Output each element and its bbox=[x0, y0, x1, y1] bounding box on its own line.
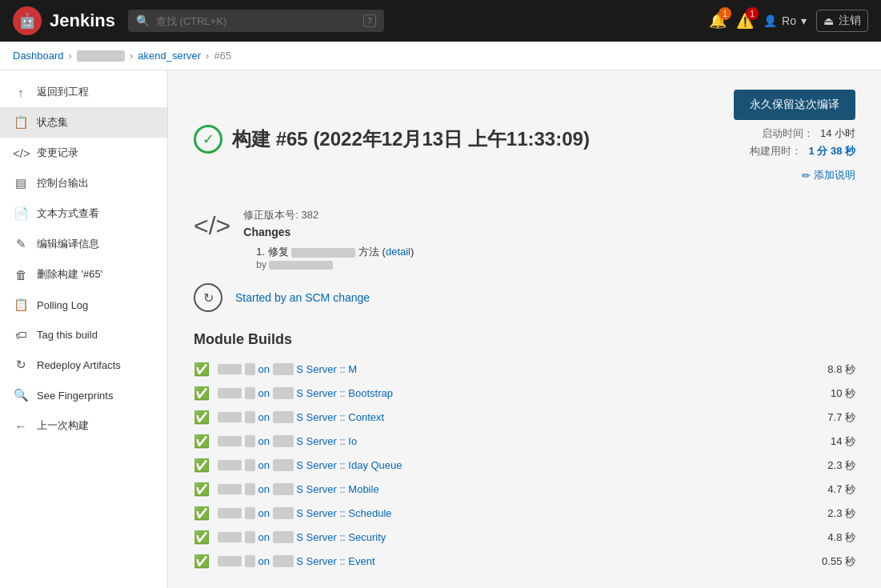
sidebar-item-tag[interactable]: 🏷 Tag this build bbox=[0, 320, 167, 350]
sidebar-item-redeploy[interactable]: ↻ Redeploy Artifacts bbox=[0, 350, 167, 380]
build-time-label: 构建用时： bbox=[750, 144, 802, 158]
module-name-blurred bbox=[218, 412, 242, 422]
sidebar-item-label: 状态集 bbox=[37, 115, 68, 130]
module-row: ✅xx on xxxx S Server :: Context7.7 秒 bbox=[194, 406, 855, 430]
module-success-icon: ✅ bbox=[194, 410, 210, 425]
search-bar[interactable]: 🔍 ? bbox=[128, 10, 384, 32]
module-name-blurred bbox=[218, 388, 242, 398]
module-name-blurred bbox=[218, 484, 242, 494]
sidebar-item-delete[interactable]: 🗑 删除构建 '#65' bbox=[0, 259, 167, 290]
sidebar-item-label: 删除构建 '#65' bbox=[37, 267, 102, 282]
build-title-row: ✓ 构建 #65 (2022年12月13日 上午11:33:09) bbox=[194, 125, 590, 154]
scm-section: ↻ Started by an SCM change bbox=[194, 283, 855, 312]
warning-badge: 1 bbox=[746, 7, 759, 20]
module-name-link[interactable]: xx on xxxx S Server :: M bbox=[245, 363, 799, 375]
sidebar-item-label: Polling Log bbox=[37, 299, 88, 311]
build-time-value: 1 分 38 秒 bbox=[808, 144, 855, 158]
sidebar: ↑ 返回到工程 📋 状态集 </> 变更记录 ▤ 控制台输出 📄 文本方式查看 … bbox=[0, 70, 168, 588]
module-row: ✅xx on xxxx S Server :: Security4.8 秒 bbox=[194, 526, 855, 550]
code-icon: </> bbox=[13, 146, 29, 160]
module-row: ✅xx on xxxx S Server :: Event0.55 秒 bbox=[194, 550, 855, 574]
breadcrumb-dashboard[interactable]: Dashboard bbox=[13, 50, 64, 62]
warnings-button[interactable]: ⚠️ 1 bbox=[736, 12, 754, 30]
trash-icon: 🗑 bbox=[13, 268, 29, 282]
changes-section: </> 修正版本号: 382 Changes 1. 修复 方法 (detail)… bbox=[194, 208, 855, 270]
change-text: 1. 修复 bbox=[256, 246, 288, 258]
module-build-time: 10 秒 bbox=[807, 386, 855, 401]
sidebar-item-console[interactable]: ▤ 控制台输出 bbox=[0, 168, 167, 198]
module-name-link[interactable]: xx on xxxx S Server :: Io bbox=[245, 435, 799, 447]
build-meta: 启动时间： 14 小时 构建用时： 1 分 38 秒 bbox=[750, 126, 855, 162]
keep-build-button[interactable]: 永久保留这次编译 bbox=[734, 90, 855, 120]
search-input[interactable] bbox=[156, 15, 357, 27]
module-build-time: 2.3 秒 bbox=[807, 506, 855, 521]
log-icon: 📋 bbox=[13, 298, 29, 312]
breadcrumb-sep-3: › bbox=[206, 50, 209, 62]
add-description-link[interactable]: ✏ 添加说明 bbox=[802, 168, 855, 182]
sidebar-item-back[interactable]: ↑ 返回到工程 bbox=[0, 77, 167, 107]
user-icon: 👤 bbox=[763, 14, 777, 27]
module-row: ✅xx on xxxx S Server :: Schedule2.3 秒 bbox=[194, 502, 855, 526]
search-icon: 🔍 bbox=[136, 14, 150, 27]
breadcrumb-project[interactable]: akend_server bbox=[138, 50, 201, 62]
revision-text: 修正版本号: 382 bbox=[243, 208, 855, 222]
sidebar-item-prev[interactable]: ← 上一次构建 bbox=[0, 410, 167, 441]
sidebar-item-status[interactable]: 📋 状态集 bbox=[0, 107, 167, 138]
module-success-icon: ✅ bbox=[194, 458, 210, 473]
success-icon: ✓ bbox=[194, 125, 222, 154]
code-changes-icon: </> bbox=[194, 211, 230, 241]
changes-title: Changes bbox=[243, 226, 855, 238]
module-name-link[interactable]: xx on xxxx S Server :: Iday Queue bbox=[245, 459, 799, 471]
module-name-link[interactable]: xx on xxxx S Server :: Schedule bbox=[245, 507, 799, 519]
module-success-icon: ✅ bbox=[194, 362, 210, 377]
page-layout: ↑ 返回到工程 📋 状态集 </> 变更记录 ▤ 控制台输出 📄 文本方式查看 … bbox=[0, 70, 881, 588]
module-name-link[interactable]: xx on xxxx S Server :: Security bbox=[245, 531, 799, 543]
breadcrumb-sep-1: › bbox=[69, 50, 72, 62]
user-menu[interactable]: 👤 Ro ▾ bbox=[763, 14, 807, 27]
breadcrumb-build: #65 bbox=[214, 50, 231, 62]
module-name-blurred bbox=[218, 508, 242, 518]
module-name-link[interactable]: xx on xxxx S Server :: Context bbox=[245, 411, 799, 423]
sidebar-item-label: 控制台输出 bbox=[37, 176, 89, 190]
arrow-left-icon: ← bbox=[13, 419, 29, 433]
module-success-icon: ✅ bbox=[194, 506, 210, 521]
sidebar-item-fingerprints[interactable]: 🔍 See Fingerprints bbox=[0, 380, 167, 410]
author-blurred bbox=[269, 261, 333, 270]
module-success-icon: ✅ bbox=[194, 482, 210, 497]
sidebar-item-polling[interactable]: 📋 Polling Log bbox=[0, 290, 167, 320]
module-name-link[interactable]: xx on xxxx S Server :: Event bbox=[245, 555, 799, 567]
header-actions: 🔔 1 ⚠️ 1 👤 Ro ▾ ⏏ 注销 bbox=[709, 10, 868, 32]
breadcrumb-sep-2: › bbox=[130, 50, 133, 62]
build-title: 构建 #65 (2022年12月13日 上午11:33:09) bbox=[232, 126, 590, 152]
module-row: ✅xx on xxxx S Server :: Bootstrap10 秒 bbox=[194, 382, 855, 406]
module-name-link[interactable]: xx on xxxx S Server :: Mobile bbox=[245, 483, 799, 495]
start-time-value: 14 小时 bbox=[820, 126, 855, 141]
scm-trigger-icon: ↻ bbox=[194, 283, 222, 312]
sidebar-item-label: 上一次构建 bbox=[37, 418, 89, 433]
scm-trigger-link[interactable]: Started by an SCM change bbox=[235, 291, 370, 304]
module-name-blurred bbox=[218, 460, 242, 470]
sidebar-item-editdesc[interactable]: ✎ 编辑编译信息 bbox=[0, 229, 167, 259]
tag-icon: 🏷 bbox=[13, 328, 29, 342]
logout-icon: ⏏ bbox=[823, 14, 834, 27]
jenkins-logo[interactable]: 🤖 Jenkins bbox=[13, 6, 115, 35]
start-time-label: 启动时间： bbox=[762, 126, 814, 141]
fingerprint-icon: 🔍 bbox=[13, 388, 29, 402]
notifications-button[interactable]: 🔔 1 bbox=[709, 12, 727, 30]
sidebar-item-label: 文本方式查看 bbox=[37, 206, 99, 221]
sidebar-item-textview[interactable]: 📄 文本方式查看 bbox=[0, 198, 167, 229]
logo-text: Jenkins bbox=[50, 10, 115, 31]
sidebar-item-label: 返回到工程 bbox=[37, 85, 89, 99]
module-build-time: 0.55 秒 bbox=[807, 554, 855, 569]
module-build-time: 14 秒 bbox=[807, 434, 855, 449]
change-by-row: by bbox=[256, 259, 855, 270]
build-header: ✓ 构建 #65 (2022年12月13日 上午11:33:09) 永久保留这次… bbox=[194, 90, 855, 189]
module-build-time: 4.8 秒 bbox=[807, 530, 855, 545]
main-content: ✓ 构建 #65 (2022年12月13日 上午11:33:09) 永久保留这次… bbox=[168, 70, 881, 588]
logout-button[interactable]: ⏏ 注销 bbox=[816, 10, 868, 32]
module-name-link[interactable]: xx on xxxx S Server :: Bootstrap bbox=[245, 387, 799, 399]
change-detail-link[interactable]: detail bbox=[386, 246, 410, 258]
sidebar-item-changes[interactable]: </> 变更记录 bbox=[0, 138, 167, 168]
sidebar-item-label: Tag this build bbox=[37, 329, 98, 341]
breadcrumb-parent bbox=[77, 50, 125, 62]
